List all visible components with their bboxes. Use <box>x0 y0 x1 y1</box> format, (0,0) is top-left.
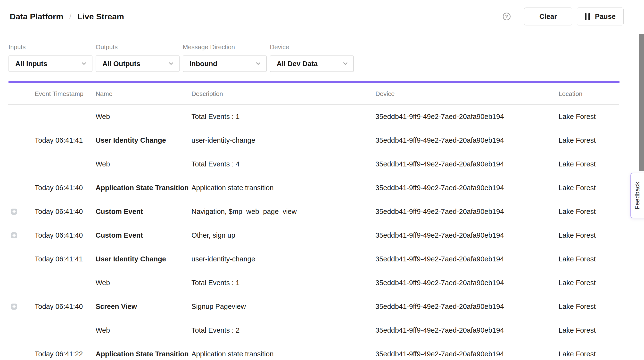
table-row[interactable]: Today 06:41:22 Application State Transit… <box>8 342 619 360</box>
cell-event-timestamp: Today 06:41:40 <box>35 184 96 192</box>
cell-device: 35eddb41-9ff9-49e2-7aed-20afa90eb194 <box>376 279 558 287</box>
cell-name: Screen View <box>96 303 192 311</box>
cell-name: User Identity Change <box>96 255 192 263</box>
expand-plus-icon[interactable] <box>11 209 17 215</box>
cell-location: Lake Forest <box>558 350 619 358</box>
cell-event-timestamp: Today 06:41:22 <box>35 350 96 358</box>
expand-plus-icon[interactable] <box>11 304 17 310</box>
cell-description: Total Events : 1 <box>192 279 376 287</box>
cell-description: Application state transition <box>192 184 376 192</box>
clear-button[interactable]: Clear <box>524 7 572 25</box>
filter-message-direction-select[interactable]: Inbound <box>183 55 267 72</box>
cell-device: 35eddb41-9ff9-49e2-7aed-20afa90eb194 <box>376 231 558 239</box>
cell-device: 35eddb41-9ff9-49e2-7aed-20afa90eb194 <box>376 160 558 168</box>
cell-device: 35eddb41-9ff9-49e2-7aed-20afa90eb194 <box>376 255 558 263</box>
cell-description: Total Events : 1 <box>192 113 376 121</box>
filter-device-select[interactable]: All Dev Data <box>270 55 354 72</box>
table-row[interactable]: Today 06:41:40 Screen View Signup Pagevi… <box>8 295 619 318</box>
filter-inputs-label: Inputs <box>8 43 92 51</box>
cell-name: Application State Transition <box>96 350 192 358</box>
cell-device: 35eddb41-9ff9-49e2-7aed-20afa90eb194 <box>376 326 558 334</box>
cell-name: Web <box>96 279 192 287</box>
table-row[interactable]: Today 06:41:40 Custom Event Other, sign … <box>8 223 619 247</box>
cell-name: Custom Event <box>96 231 192 239</box>
table-row[interactable]: Web Total Events : 1 35eddb41-9ff9-49e2-… <box>8 105 619 128</box>
cell-location: Lake Forest <box>558 303 619 311</box>
table-row[interactable]: Web Total Events : 2 35eddb41-9ff9-49e2-… <box>8 318 619 342</box>
live-stream-page: Data Platform / Live Stream ? Clear Paus… <box>0 0 644 360</box>
cell-description: Navigation, $mp_web_page_view <box>192 208 376 216</box>
cell-device: 35eddb41-9ff9-49e2-7aed-20afa90eb194 <box>376 184 558 192</box>
expand-plus-icon[interactable] <box>11 232 17 238</box>
filter-bar: Inputs All Inputs Outputs All Outputs Me… <box>0 33 644 72</box>
cell-event-timestamp: Today 06:41:40 <box>35 231 96 239</box>
cell-name: Application State Transition <box>96 184 192 192</box>
filter-inputs-select[interactable]: All Inputs <box>8 55 92 72</box>
cell-location: Lake Forest <box>558 136 619 144</box>
header-location: Location <box>558 90 619 98</box>
table-body: Web Total Events : 1 35eddb41-9ff9-49e2-… <box>8 105 619 360</box>
cell-device: 35eddb41-9ff9-49e2-7aed-20afa90eb194 <box>376 303 558 311</box>
feedback-tab-label: Feedback <box>634 182 641 209</box>
pause-button[interactable]: Pause <box>577 7 624 25</box>
cell-event-timestamp: Today 06:41:41 <box>35 255 96 263</box>
cell-name: Custom Event <box>96 208 192 216</box>
table-row[interactable]: Today 06:41:40 Application State Transit… <box>8 176 619 200</box>
cell-name: Web <box>96 113 192 121</box>
cell-event-timestamp: Today 06:41:41 <box>35 136 96 144</box>
cell-name: Web <box>96 160 192 168</box>
cell-description: Other, sign up <box>192 231 376 239</box>
cell-location: Lake Forest <box>558 255 619 263</box>
table-row[interactable]: Today 06:41:41 User Identity Change user… <box>8 128 619 152</box>
pause-icon <box>585 13 590 20</box>
cell-location: Lake Forest <box>558 231 619 239</box>
feedback-tab[interactable]: Feedback <box>630 173 644 218</box>
events-table: Event Timestamp Name Description Device … <box>8 83 619 360</box>
accent-bar <box>8 81 620 83</box>
cell-location: Lake Forest <box>558 279 619 287</box>
expand-cell <box>8 304 35 310</box>
chevron-down-icon <box>82 62 86 65</box>
help-icon[interactable]: ? <box>503 12 510 20</box>
filter-inputs-value: All Inputs <box>15 60 47 68</box>
filter-device-label: Device <box>270 43 354 51</box>
filter-outputs-value: All Outputs <box>102 60 140 68</box>
cell-description: user-identity-change <box>192 255 376 263</box>
filter-device-value: All Dev Data <box>276 60 318 68</box>
filter-message-direction-label: Message Direction <box>183 43 267 51</box>
header-device: Device <box>376 90 558 98</box>
table-header: Event Timestamp Name Description Device … <box>8 83 619 105</box>
table-row[interactable]: Today 06:41:41 User Identity Change user… <box>8 247 619 271</box>
filter-message-direction: Message Direction Inbound <box>183 43 267 72</box>
breadcrumb-separator: / <box>69 12 71 21</box>
cell-location: Lake Forest <box>558 208 619 216</box>
cell-location: Lake Forest <box>558 326 619 334</box>
cell-event-timestamp: Today 06:41:40 <box>35 303 96 311</box>
table-row[interactable]: Today 06:41:40 Custom Event Navigation, … <box>8 200 619 223</box>
header-name: Name <box>96 90 192 98</box>
header-description: Description <box>192 90 376 98</box>
cell-device: 35eddb41-9ff9-49e2-7aed-20afa90eb194 <box>376 136 558 144</box>
cell-device: 35eddb41-9ff9-49e2-7aed-20afa90eb194 <box>376 208 558 216</box>
chevron-down-icon <box>169 62 173 65</box>
table-row[interactable]: Web Total Events : 4 35eddb41-9ff9-49e2-… <box>8 152 619 176</box>
chevron-down-icon <box>343 62 348 65</box>
cell-location: Lake Forest <box>558 160 619 168</box>
filter-outputs-select[interactable]: All Outputs <box>96 55 180 72</box>
table-row[interactable]: Web Total Events : 1 35eddb41-9ff9-49e2-… <box>8 271 619 295</box>
filter-outputs-label: Outputs <box>96 43 180 51</box>
pause-button-label: Pause <box>595 12 616 20</box>
cell-name: User Identity Change <box>96 136 192 144</box>
expand-cell <box>8 232 35 238</box>
chevron-down-icon <box>256 62 260 65</box>
cell-device: 35eddb41-9ff9-49e2-7aed-20afa90eb194 <box>376 350 558 358</box>
cell-description: Application state transition <box>192 350 376 358</box>
filter-device: Device All Dev Data <box>270 43 354 72</box>
breadcrumb-live-stream: Live Stream <box>78 12 124 21</box>
filter-inputs: Inputs All Inputs <box>8 43 92 72</box>
cell-location: Lake Forest <box>558 184 619 192</box>
cell-description: Signup Pageview <box>192 303 376 311</box>
breadcrumb-data-platform[interactable]: Data Platform <box>10 12 63 21</box>
top-bar-actions: ? Clear Pause <box>503 7 624 25</box>
scrollbar-thumb[interactable] <box>639 34 644 171</box>
